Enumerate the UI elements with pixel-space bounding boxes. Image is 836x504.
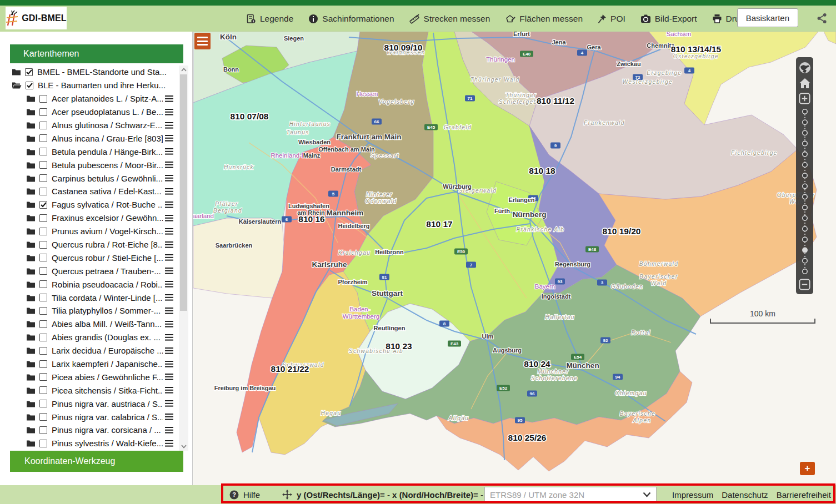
folder-closed-icon[interactable] xyxy=(26,294,36,302)
folder-closed-icon[interactable] xyxy=(12,68,21,76)
layer-checkbox-checked[interactable] xyxy=(25,68,33,76)
layer-tree-item[interactable]: Pinus sylvestris / Wald-Kiefe... xyxy=(10,437,173,450)
zoom-level-stop[interactable] xyxy=(802,216,807,220)
layer-checkbox[interactable] xyxy=(39,386,47,394)
layer-label[interactable]: Castanea sativa / Edel-Kast... xyxy=(52,187,163,196)
folder-closed-icon[interactable] xyxy=(26,360,36,368)
zoom-level-stop[interactable] xyxy=(802,109,807,114)
folder-closed-icon[interactable] xyxy=(26,174,36,183)
layer-tree-item[interactable]: Acer platanoides L. / Spitz-A... xyxy=(10,92,173,105)
layer-options-icon[interactable] xyxy=(165,321,173,327)
folder-closed-icon[interactable] xyxy=(26,400,36,408)
layer-label[interactable]: BLE - Baumarten und ihre Herku... xyxy=(38,80,173,90)
layer-checkbox[interactable] xyxy=(39,307,47,315)
layer-checkbox[interactable] xyxy=(39,161,47,169)
map-viewport[interactable]: 4471729736656381789392949695E40E45E48E50… xyxy=(193,32,836,485)
layer-checkbox-checked[interactable] xyxy=(39,201,47,209)
layer-tree-item[interactable]: Picea sitchensis / Sitka-Ficht... xyxy=(10,384,173,397)
layer-options-icon[interactable] xyxy=(165,254,173,261)
layer-tree-item[interactable]: Robinia pseudoacacia / Robi... xyxy=(10,278,173,291)
layer-label[interactable]: Robinia pseudoacacia / Robi... xyxy=(52,280,163,289)
folder-closed-icon[interactable] xyxy=(26,320,36,328)
layer-tree-item[interactable]: Acer pseudoplatanus L. / Be... xyxy=(10,105,173,119)
layer-options-icon[interactable] xyxy=(165,387,173,394)
base-map[interactable]: 4471729736656381789392949695E40E45E48E50… xyxy=(193,32,836,485)
zoom-level-stop[interactable] xyxy=(802,152,807,157)
layer-label[interactable]: Fraxinus excelsior / Gewöhn... xyxy=(52,213,163,223)
tree-scrollbar[interactable] xyxy=(179,65,188,451)
layer-tree-item[interactable]: Tilia platyphyllos / Sommer-... xyxy=(10,304,173,317)
zoom-level-stop[interactable] xyxy=(802,226,807,231)
folder-closed-icon[interactable] xyxy=(26,161,36,169)
layer-label[interactable]: Tilia platyphyllos / Sommer-... xyxy=(52,306,163,315)
folder-closed-icon[interactable] xyxy=(26,439,36,447)
layer-options-icon[interactable] xyxy=(165,361,173,367)
folder-closed-icon[interactable] xyxy=(26,134,36,143)
zoom-level-stop[interactable] xyxy=(802,237,807,241)
layer-checkbox[interactable] xyxy=(39,400,47,407)
layer-tree-item[interactable]: Quercus rubra / Rot-Eiche [8... xyxy=(10,238,173,251)
layer-checkbox[interactable] xyxy=(39,360,47,368)
zoom-in-button[interactable] xyxy=(798,92,811,105)
layer-options-icon[interactable] xyxy=(165,135,173,142)
layer-checkbox[interactable] xyxy=(39,426,47,434)
layer-tree-item[interactable]: Pinus nigra var. austriaca / S... xyxy=(10,397,173,410)
folder-closed-icon[interactable] xyxy=(26,306,36,315)
layer-tree-item[interactable]: Picea abies / Gewöhnliche F... xyxy=(10,370,173,384)
toolbar-item-strecken-messen[interactable]: Strecken messen xyxy=(409,14,490,24)
app-logo[interactable]: GDI-BMEL xyxy=(6,7,67,29)
layer-checkbox-checked[interactable] xyxy=(26,82,33,89)
home-button[interactable] xyxy=(798,77,812,89)
layer-checkbox[interactable] xyxy=(39,228,47,235)
layer-checkbox[interactable] xyxy=(39,267,47,275)
layer-checkbox[interactable] xyxy=(39,241,47,249)
layer-options-icon[interactable] xyxy=(165,162,173,168)
layer-label[interactable]: Quercus petraea / Trauben-... xyxy=(52,266,163,276)
crs-select[interactable]: ETRS89 / UTM zone 32N xyxy=(484,487,657,502)
help-button[interactable]: ? Hilfe xyxy=(229,485,260,504)
layer-options-icon[interactable] xyxy=(165,109,173,115)
layer-options-icon[interactable] xyxy=(165,281,173,288)
footer-link-datenschutz[interactable]: Datenschutz xyxy=(722,490,768,500)
layer-tree-item[interactable]: Quercus petraea / Trauben-... xyxy=(10,264,173,278)
toolbar-item-bild-export[interactable]: Bild-Export xyxy=(640,14,697,24)
folder-closed-icon[interactable] xyxy=(26,373,36,381)
zoom-level-current[interactable] xyxy=(802,248,807,252)
layer-label[interactable]: Alnus incana / Grau-Erle [803] xyxy=(52,134,163,143)
folder-closed-icon[interactable] xyxy=(26,187,36,195)
layer-label[interactable]: Larix kaempferi / Japanische... xyxy=(52,359,163,369)
zoom-level-stop[interactable] xyxy=(802,205,807,210)
folder-closed-icon[interactable] xyxy=(26,413,36,421)
scroll-up-icon[interactable] xyxy=(179,65,188,74)
layer-tree-item[interactable]: Fagus sylvatica / Rot-Buche ... xyxy=(10,198,173,211)
layer-label[interactable]: Acer pseudoplatanus L. / Be... xyxy=(52,107,163,117)
zoom-level-stop[interactable] xyxy=(802,259,807,263)
globe-button[interactable] xyxy=(798,61,812,74)
layer-options-icon[interactable] xyxy=(165,188,173,195)
layer-tree-item[interactable]: Tilia cordata / Winter-Linde [... xyxy=(10,291,173,304)
toolbar-item-legende[interactable]: Legende xyxy=(246,14,293,24)
layer-tree-item[interactable]: Prunus avium / Vogel-Kirsch... xyxy=(10,225,173,238)
layer-options-icon[interactable] xyxy=(165,241,173,248)
toolbar-item-flaechen-messen[interactable]: Flächen messen xyxy=(505,14,583,24)
layer-label[interactable]: Carpinus betulus / Gewöhnli... xyxy=(52,174,163,183)
layer-options-icon[interactable] xyxy=(165,148,173,155)
layer-checkbox[interactable] xyxy=(39,108,47,116)
layer-options-icon[interactable] xyxy=(165,294,173,301)
layer-options-icon[interactable] xyxy=(165,215,173,221)
layer-tree-item[interactable]: Abies grandis (Douglas ex. ... xyxy=(10,331,173,344)
layer-options-icon[interactable] xyxy=(165,175,173,182)
layer-label[interactable]: Quercus robur / Stiel-Eiche [... xyxy=(52,253,163,263)
layer-checkbox[interactable] xyxy=(39,413,47,421)
layer-label[interactable]: Alnus glutinosa / Schwarz-E... xyxy=(52,120,163,130)
layer-label[interactable]: BMEL - BMEL-Standorte und Sta... xyxy=(37,67,173,77)
folder-closed-icon[interactable] xyxy=(26,121,36,129)
layer-label[interactable]: Pinus nigra var. austriaca / S... xyxy=(52,399,163,409)
folder-open-icon[interactable] xyxy=(12,81,22,89)
layer-tree-item[interactable]: Castanea sativa / Edel-Kast... xyxy=(10,185,173,198)
folder-closed-icon[interactable] xyxy=(26,254,36,262)
layer-label[interactable]: Larix decidua / Europäische ... xyxy=(52,346,163,355)
folder-closed-icon[interactable] xyxy=(26,148,36,156)
layer-tree-item[interactable]: Alnus glutinosa / Schwarz-E... xyxy=(10,119,173,132)
map-add-button[interactable]: + xyxy=(800,462,815,475)
